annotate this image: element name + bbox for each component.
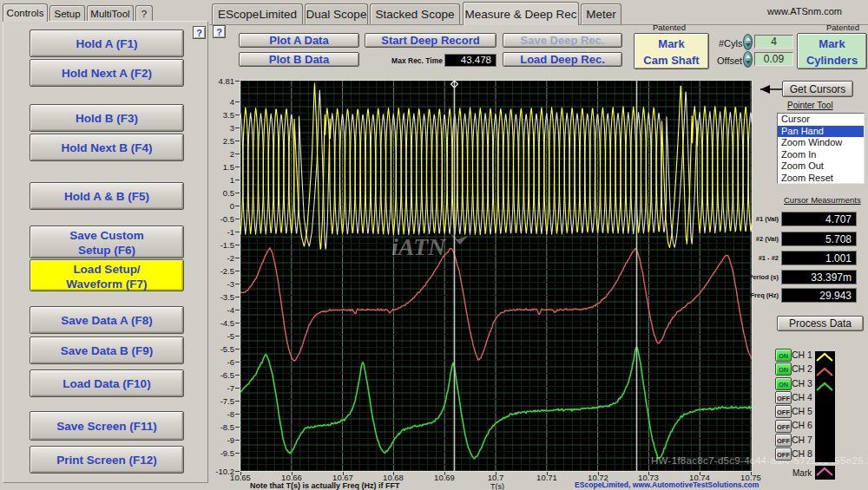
svg-text:iATN: iATN: [391, 233, 447, 260]
